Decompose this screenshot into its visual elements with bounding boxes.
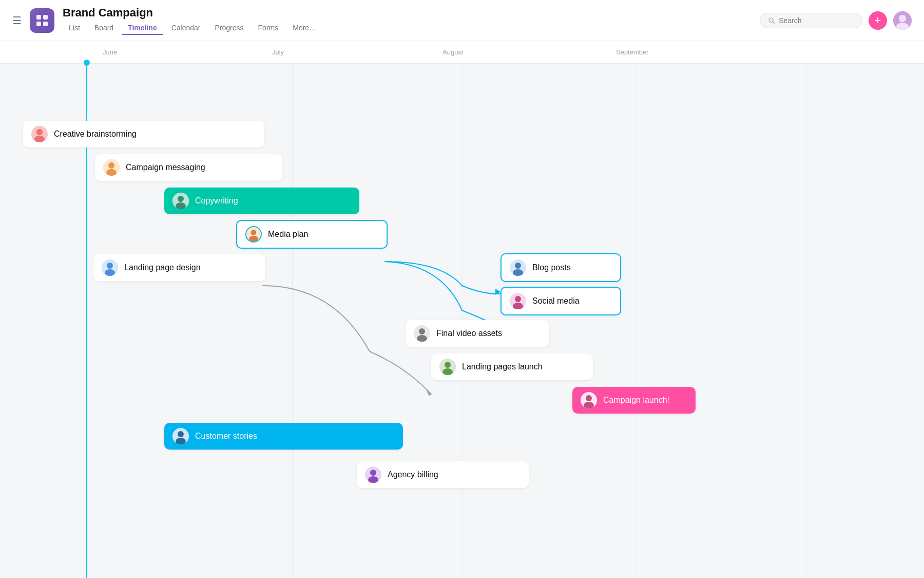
task-label: Copywriting xyxy=(195,196,238,206)
task-avatar xyxy=(31,126,48,142)
task-avatar xyxy=(245,226,262,243)
svg-rect-3 xyxy=(43,22,48,26)
app-logo-icon xyxy=(30,8,54,33)
task-avatar xyxy=(365,467,381,483)
task-label: Landing page design xyxy=(124,263,201,272)
svg-point-40 xyxy=(586,395,592,401)
task-label: Creative brainstorming xyxy=(54,129,137,139)
task-avatar xyxy=(581,392,597,408)
add-button[interactable]: + xyxy=(869,11,887,30)
task-label: Blog posts xyxy=(532,263,571,272)
timeline-container: June July August September Creative brai… xyxy=(0,41,924,578)
svg-point-31 xyxy=(515,296,521,302)
task-label: Customer stories xyxy=(195,432,257,441)
month-header: June July August September xyxy=(0,41,924,64)
task-avatar xyxy=(103,159,120,176)
tab-calendar[interactable]: Calendar xyxy=(165,22,207,35)
user-avatar[interactable] xyxy=(893,11,912,30)
task-label: Social media xyxy=(532,296,580,306)
svg-rect-2 xyxy=(36,22,41,26)
task-agency-billing[interactable]: Agency billing xyxy=(357,461,529,488)
grid-line-4 xyxy=(637,64,637,578)
task-avatar xyxy=(102,259,118,276)
month-august: August xyxy=(442,48,463,56)
search-input[interactable] xyxy=(779,16,854,25)
svg-point-34 xyxy=(419,328,425,334)
grid-line-2 xyxy=(292,64,293,578)
svg-point-22 xyxy=(251,230,257,235)
tab-forms[interactable]: Forms xyxy=(252,22,285,35)
svg-point-19 xyxy=(178,196,184,202)
task-avatar xyxy=(414,325,430,342)
task-social-media[interactable]: Social media xyxy=(500,287,621,315)
task-label: Final video assets xyxy=(436,329,502,338)
tab-list[interactable]: List xyxy=(63,22,86,35)
month-june: June xyxy=(103,48,117,56)
tab-timeline[interactable]: Timeline xyxy=(122,22,163,35)
task-avatar xyxy=(439,359,456,375)
task-blog-posts[interactable]: Blog posts xyxy=(500,253,621,282)
task-label: Landing pages launch xyxy=(462,362,543,371)
task-label: Campaign launch! xyxy=(603,396,669,405)
svg-rect-1 xyxy=(43,15,48,20)
svg-point-43 xyxy=(178,431,184,437)
month-july: July xyxy=(272,48,284,56)
task-avatar xyxy=(172,193,189,209)
header-right: + xyxy=(760,11,912,30)
header-left: ☰ Brand Campaign List Board Timeline Cal… xyxy=(12,6,322,35)
search-box[interactable] xyxy=(760,13,862,28)
nav-tabs: List Board Timeline Calendar Progress Fo… xyxy=(63,22,322,35)
task-label: Media plan xyxy=(268,230,308,239)
month-september: September xyxy=(616,48,649,56)
task-label: Agency billing xyxy=(388,470,438,479)
task-avatar xyxy=(172,428,189,444)
tab-more[interactable]: More… xyxy=(286,22,322,35)
task-landing-page-design[interactable]: Landing page design xyxy=(93,254,265,281)
task-label: Campaign messaging xyxy=(126,163,205,172)
task-landing-pages-launch[interactable]: Landing pages launch xyxy=(431,353,593,380)
project-title: Brand Campaign xyxy=(63,6,322,20)
tab-progress[interactable]: Progress xyxy=(209,22,250,35)
svg-point-25 xyxy=(107,263,113,269)
svg-point-28 xyxy=(515,263,521,269)
svg-marker-9 xyxy=(495,289,500,295)
task-creative-brainstorming[interactable]: Creative brainstorming xyxy=(23,121,264,147)
svg-rect-0 xyxy=(36,15,41,20)
svg-point-37 xyxy=(445,362,451,368)
svg-point-16 xyxy=(108,162,114,169)
task-avatar xyxy=(510,293,526,309)
task-final-video-assets[interactable]: Final video assets xyxy=(406,320,549,347)
svg-point-23 xyxy=(249,236,258,242)
task-campaign-messaging[interactable]: Campaign messaging xyxy=(95,154,282,181)
svg-point-13 xyxy=(36,129,43,135)
hamburger-menu-icon[interactable]: ☰ xyxy=(12,14,22,27)
title-section: Brand Campaign List Board Timeline Calen… xyxy=(63,6,322,35)
tab-board[interactable]: Board xyxy=(88,22,120,35)
task-avatar xyxy=(510,259,526,276)
svg-point-46 xyxy=(370,470,376,476)
svg-point-7 xyxy=(899,15,906,22)
svg-marker-11 xyxy=(426,390,431,396)
task-customer-stories[interactable]: Customer stories xyxy=(164,423,403,450)
task-campaign-launch[interactable]: Campaign launch! xyxy=(572,387,696,414)
svg-line-5 xyxy=(773,22,774,23)
grid-line-5 xyxy=(806,64,806,578)
search-icon xyxy=(768,17,775,24)
task-copywriting[interactable]: Copywriting xyxy=(164,188,359,214)
task-media-plan[interactable]: Media plan xyxy=(236,220,388,249)
app-header: ☰ Brand Campaign List Board Timeline Cal… xyxy=(0,0,924,41)
